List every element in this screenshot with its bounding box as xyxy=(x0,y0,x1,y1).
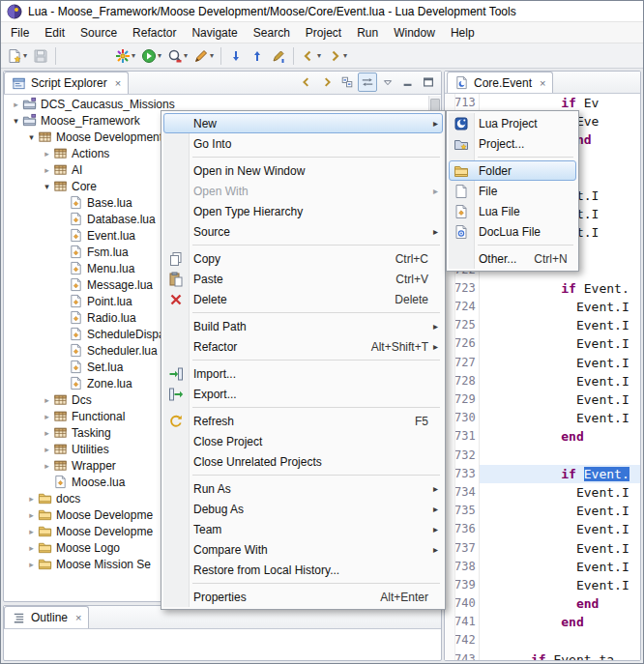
menubar-item-search[interactable]: Search xyxy=(246,22,298,43)
forward-button[interactable] xyxy=(317,72,337,92)
external-tools-button[interactable]: ▾ xyxy=(190,45,217,67)
context-menu-item-source[interactable]: Source▸ xyxy=(163,221,443,242)
context-menu-item-properties[interactable]: PropertiesAlt+Enter xyxy=(163,587,443,607)
context-menu-item-go-into[interactable]: Go Into xyxy=(163,133,443,154)
code-text[interactable]: Event.I xyxy=(480,390,640,409)
close-icon[interactable]: × xyxy=(115,77,121,89)
collapsed-arrow-icon[interactable]: ▸ xyxy=(25,543,38,553)
code-text[interactable]: Event.I xyxy=(480,520,640,538)
expanded-arrow-icon[interactable]: ▾ xyxy=(10,116,22,126)
code-text[interactable]: Event.I xyxy=(480,539,640,558)
link-editor-button[interactable] xyxy=(358,72,377,92)
code-text[interactable]: Event.I xyxy=(480,298,640,316)
minimize-button[interactable] xyxy=(398,72,418,92)
menubar-item-project[interactable]: Project xyxy=(298,22,349,43)
dropdown-arrow-icon[interactable]: ▾ xyxy=(210,51,214,60)
menubar-item-navigate[interactable]: Navigate xyxy=(184,22,245,43)
collapsed-arrow-icon[interactable]: ▸ xyxy=(41,149,53,159)
context-menu-item-refresh[interactable]: RefreshF5 xyxy=(163,411,443,431)
dropdown-arrow-icon[interactable]: ▾ xyxy=(132,51,135,60)
coverage-button[interactable]: ▾ xyxy=(164,45,190,67)
new-submenu-item-file[interactable]: File xyxy=(449,181,576,201)
menubar-item-refactor[interactable]: Refactor xyxy=(125,22,184,43)
collapsed-arrow-icon[interactable]: ▸ xyxy=(25,527,38,536)
tab-script-explorer[interactable]: Script Explorer × xyxy=(4,72,129,94)
new-submenu-item-other[interactable]: Other...Ctrl+N xyxy=(449,248,576,269)
context-menu-item-refactor[interactable]: RefactorAlt+Shift+T▸ xyxy=(163,336,443,357)
code-text[interactable]: Event.I xyxy=(480,334,640,353)
code-text[interactable] xyxy=(480,631,640,650)
code-text[interactable]: Event.I xyxy=(480,372,640,390)
context-menu-item-close-project[interactable]: Close Project xyxy=(163,431,443,451)
code-text[interactable]: Event.I xyxy=(480,576,640,594)
context-menu-item-new[interactable]: New▸ xyxy=(163,113,443,133)
context-menu-item-compare-with[interactable]: Compare With▸ xyxy=(163,539,443,560)
context-menu-item-close-unrelated-projects[interactable]: Close Unrelated Projects xyxy=(163,451,443,472)
code-text[interactable]: if Event.ta xyxy=(480,650,640,660)
collapsed-arrow-icon[interactable]: ▸ xyxy=(41,412,53,421)
collapsed-arrow-icon[interactable]: ▸ xyxy=(25,510,38,520)
expanded-arrow-icon[interactable]: ▾ xyxy=(41,182,53,191)
last-edit-location-button[interactable] xyxy=(268,45,289,67)
dropdown-arrow-icon[interactable]: ▾ xyxy=(184,51,188,60)
collapsed-arrow-icon[interactable]: ▸ xyxy=(41,461,53,471)
save-button[interactable] xyxy=(30,45,51,67)
context-menu-item-copy[interactable]: CopyCtrl+C xyxy=(163,248,443,269)
forward-button[interactable]: ▾ xyxy=(324,45,350,67)
collapsed-arrow-icon[interactable]: ▸ xyxy=(41,428,53,438)
menubar-item-run[interactable]: Run xyxy=(349,22,386,43)
menubar-item-help[interactable]: Help xyxy=(443,22,483,43)
context-menu-item-open-in-new-window[interactable]: Open in New Window xyxy=(163,160,443,181)
context-menu-item-debug-as[interactable]: Debug As▸ xyxy=(163,499,443,519)
new-submenu-item-doclua-file[interactable]: DocLua File xyxy=(449,221,576,242)
code-text[interactable]: end xyxy=(480,594,640,613)
new-submenu-item-project[interactable]: Project... xyxy=(449,133,576,154)
code-text[interactable]: end xyxy=(480,427,640,446)
collapsed-arrow-icon[interactable]: ▸ xyxy=(25,494,38,504)
collapsed-arrow-icon[interactable]: ▸ xyxy=(41,165,53,175)
collapsed-arrow-icon[interactable]: ▸ xyxy=(41,395,53,405)
context-menu-item-build-path[interactable]: Build Path▸ xyxy=(163,316,443,336)
tab-outline[interactable]: Outline × xyxy=(4,606,89,628)
back-button[interactable]: ▾ xyxy=(298,45,324,67)
menubar-item-edit[interactable]: Edit xyxy=(37,22,73,43)
dropdown-arrow-icon[interactable]: ▾ xyxy=(158,51,161,60)
collapse-all-button[interactable] xyxy=(337,72,357,92)
collapsed-arrow-icon[interactable]: ▸ xyxy=(10,100,22,109)
dropdown-arrow-icon[interactable]: ▾ xyxy=(317,51,321,60)
new-wizard-button[interactable]: ▾ xyxy=(4,45,30,67)
code-text[interactable]: if Event. xyxy=(480,465,640,483)
context-menu-item-team[interactable]: Team▸ xyxy=(163,519,443,539)
dropdown-arrow-icon[interactable]: ▾ xyxy=(23,51,27,60)
code-text[interactable] xyxy=(480,447,640,465)
dropdown-arrow-icon[interactable]: ▾ xyxy=(343,51,347,60)
maximize-button[interactable] xyxy=(419,72,438,92)
back-button[interactable] xyxy=(297,72,316,92)
code-text[interactable]: if Event. xyxy=(480,279,640,298)
context-menu-item-export[interactable]: Export... xyxy=(163,384,443,404)
context-menu-item-restore-from-local-history[interactable]: Restore from Local History... xyxy=(163,560,443,580)
run-button[interactable]: ▾ xyxy=(138,45,164,67)
context-menu-item-delete[interactable]: DeleteDelete xyxy=(163,289,443,309)
context-menu-item-run-as[interactable]: Run As▸ xyxy=(163,478,443,499)
context-menu-item-paste[interactable]: PasteCtrl+V xyxy=(163,269,443,289)
debug-button[interactable]: ▾ xyxy=(112,45,138,67)
collapsed-arrow-icon[interactable]: ▸ xyxy=(41,445,53,454)
code-text[interactable]: Event.I xyxy=(480,316,640,334)
code-text[interactable]: Event.I xyxy=(480,483,640,502)
new-submenu-item-lua-file[interactable]: Lua File xyxy=(449,201,576,221)
code-text[interactable]: Event.I xyxy=(480,354,640,372)
collapsed-arrow-icon[interactable]: ▸ xyxy=(25,560,38,569)
context-menu-item-open-with[interactable]: Open With▸ xyxy=(163,181,443,201)
code-text[interactable]: Event.I xyxy=(480,502,640,520)
menubar-item-file[interactable]: File xyxy=(3,22,37,43)
context-menu-item-import[interactable]: Import... xyxy=(163,363,443,384)
menubar-item-source[interactable]: Source xyxy=(73,22,125,43)
code-text[interactable]: Event.I xyxy=(480,558,640,576)
next-annotation-button[interactable] xyxy=(225,45,247,67)
code-text[interactable]: Event.I xyxy=(480,409,640,427)
tab-core-event[interactable]: Core.Event × xyxy=(447,72,553,93)
menubar-item-window[interactable]: Window xyxy=(386,22,443,43)
close-icon[interactable]: × xyxy=(75,612,81,623)
context-menu-item-open-type-hierarchy[interactable]: Open Type Hierarchy xyxy=(163,201,443,221)
